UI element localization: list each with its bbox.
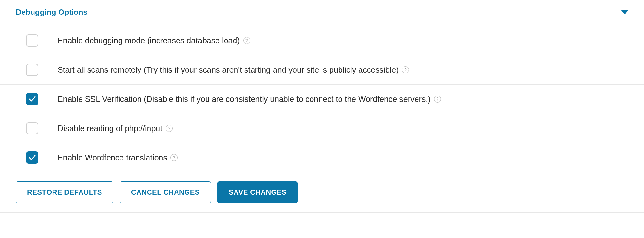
checkbox-remote-scans[interactable] <box>26 64 38 76</box>
option-label: Enable debugging mode (increases databas… <box>58 35 250 46</box>
option-label: Enable Wordfence translations ? <box>58 152 178 163</box>
option-text: Enable SSL Verification (Disable this if… <box>58 94 431 105</box>
option-label: Start all scans remotely (Try this if yo… <box>58 65 409 75</box>
debugging-options-panel: Debugging Options Enable debugging mode … <box>0 0 644 213</box>
checkbox-disable-php-input[interactable] <box>26 122 38 134</box>
option-text: Enable debugging mode (increases databas… <box>58 35 240 46</box>
help-icon[interactable]: ? <box>402 66 409 73</box>
help-icon[interactable]: ? <box>170 154 178 161</box>
option-text: Enable Wordfence translations <box>58 152 167 163</box>
option-text: Disable reading of php://input <box>58 123 162 134</box>
checkbox-enable-debugging[interactable] <box>26 34 38 47</box>
checkbox-ssl-verification[interactable] <box>26 93 38 105</box>
option-row: Enable debugging mode (increases databas… <box>0 26 644 55</box>
option-row: Start all scans remotely (Try this if yo… <box>0 55 644 85</box>
option-row: Disable reading of php://input ? <box>0 114 644 143</box>
checkbox-translations[interactable] <box>26 151 38 164</box>
section-title: Debugging Options <box>16 8 88 17</box>
save-changes-button[interactable]: SAVE CHANGES <box>217 181 298 203</box>
help-icon[interactable]: ? <box>243 37 250 44</box>
help-icon[interactable]: ? <box>166 125 173 132</box>
option-row: Enable SSL Verification (Disable this if… <box>0 85 644 114</box>
restore-defaults-button[interactable]: RESTORE DEFAULTS <box>16 181 113 203</box>
option-row: Enable Wordfence translations ? <box>0 143 644 172</box>
option-label: Enable SSL Verification (Disable this if… <box>58 94 441 105</box>
help-icon[interactable]: ? <box>434 96 441 103</box>
check-icon <box>29 155 36 160</box>
action-bar: RESTORE DEFAULTS CANCEL CHANGES SAVE CHA… <box>0 172 644 212</box>
svg-marker-0 <box>621 10 628 14</box>
check-icon <box>29 96 36 102</box>
chevron-down-icon <box>621 10 628 14</box>
option-label: Disable reading of php://input ? <box>58 123 173 134</box>
section-header[interactable]: Debugging Options <box>0 0 644 26</box>
option-text: Start all scans remotely (Try this if yo… <box>58 65 399 75</box>
cancel-changes-button[interactable]: CANCEL CHANGES <box>120 181 211 203</box>
